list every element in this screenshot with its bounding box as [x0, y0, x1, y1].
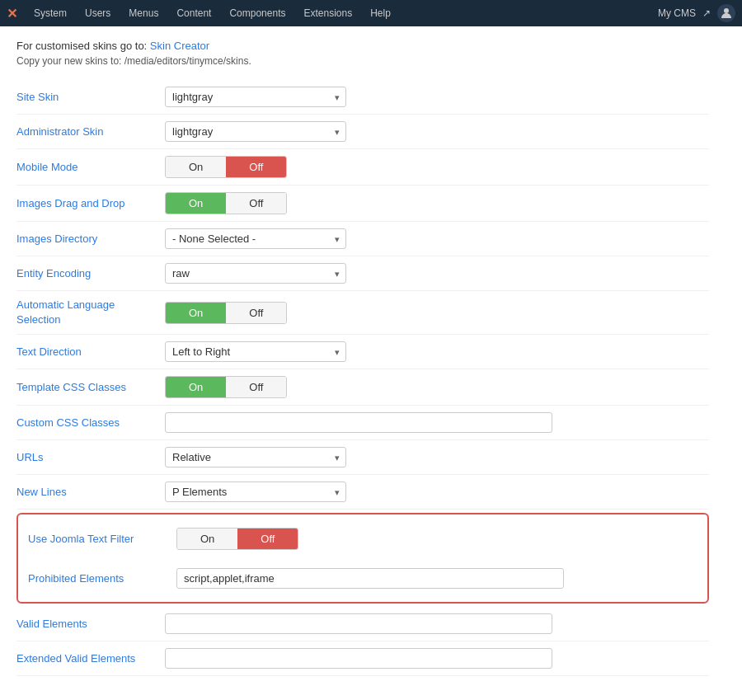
site-skin-select[interactable]: lightgray darkgray white — [165, 87, 346, 107]
text-direction-select[interactable]: Left to Right Right to Left — [165, 341, 346, 362]
new-lines-control: P Elements BR Elements — [165, 482, 709, 502]
svg-point-0 — [724, 8, 729, 13]
top-navigation: System Users Menus Content Components Ex… — [26, 4, 656, 22]
images-directory-select-wrap: - None Selected - — [165, 228, 346, 249]
admin-skin-label: Administrator Skin — [16, 125, 165, 138]
new-lines-label: New Lines — [16, 486, 165, 498]
entity-encoding-select-wrap: raw named numeric — [165, 263, 346, 284]
nav-system[interactable]: System — [26, 4, 75, 22]
auto-lang-control: On Off — [165, 302, 709, 324]
use-joomla-filter-on-button[interactable]: On — [177, 529, 237, 549]
images-drag-drop-control: On Off — [165, 192, 709, 214]
entity-encoding-select[interactable]: raw named numeric — [165, 263, 346, 284]
mobile-mode-on-button[interactable]: On — [166, 157, 226, 177]
mobile-mode-toggle: On Off — [165, 156, 287, 178]
nav-components[interactable]: Components — [221, 4, 294, 22]
nav-content[interactable]: Content — [168, 4, 219, 22]
prohibited-elements-row: Prohibited Elements script,applet,iframe — [28, 561, 697, 595]
site-skin-control: lightgray darkgray white — [165, 87, 709, 107]
site-skin-select-wrap: lightgray darkgray white — [165, 87, 346, 107]
custom-css-label: Custom CSS Classes — [16, 416, 165, 429]
prohibited-elements-label: Prohibited Elements — [28, 572, 176, 585]
admin-skin-select[interactable]: lightgray darkgray white — [165, 121, 346, 142]
entity-encoding-label: Entity Encoding — [16, 267, 165, 280]
images-drag-drop-on-button[interactable]: On — [166, 193, 226, 214]
auto-lang-label: Automatic Language Selection — [16, 298, 165, 327]
joomla-logo: ✕ — [7, 6, 17, 21]
site-skin-label: Site Skin — [16, 91, 165, 103]
text-direction-control: Left to Right Right to Left — [165, 341, 709, 362]
extended-valid-elements-row: Extended Valid Elements — [16, 641, 709, 676]
extended-valid-elements-label: Extended Valid Elements — [16, 652, 165, 665]
topbar: ✕ System Users Menus Content Components … — [0, 0, 742, 26]
extended-valid-elements-control — [165, 648, 709, 669]
entity-encoding-control: raw named numeric — [165, 263, 709, 284]
new-lines-select-wrap: P Elements BR Elements — [165, 482, 346, 502]
images-directory-control: - None Selected - — [165, 228, 709, 249]
template-css-on-button[interactable]: On — [166, 377, 226, 397]
mobile-mode-control: On Off — [165, 156, 709, 178]
mobile-mode-label: Mobile Mode — [16, 161, 165, 173]
cms-external-icon: ↗ — [702, 7, 711, 19]
images-drag-drop-off-button[interactable]: Off — [226, 193, 286, 214]
template-css-row: Template CSS Classes On Off — [16, 369, 709, 406]
admin-skin-control: lightgray darkgray white — [165, 121, 709, 142]
valid-elements-input[interactable] — [165, 613, 552, 634]
skin-creator-prefix: For customised skins go to: — [16, 40, 147, 52]
mobile-mode-row: Mobile Mode On Off — [16, 149, 709, 186]
site-skin-row: Site Skin lightgray darkgray white — [16, 80, 709, 115]
valid-elements-control — [165, 613, 709, 634]
new-lines-row: New Lines P Elements BR Elements — [16, 475, 709, 510]
images-drag-drop-label: Images Drag and Drop — [16, 197, 165, 209]
urls-select-wrap: Relative Absolute — [165, 447, 346, 467]
template-css-label: Template CSS Classes — [16, 381, 165, 393]
nav-help[interactable]: Help — [362, 4, 399, 22]
nav-extensions[interactable]: Extensions — [295, 4, 360, 22]
template-css-control: On Off — [165, 376, 709, 398]
entity-encoding-row: Entity Encoding raw named numeric — [16, 256, 709, 291]
joomla-filter-section: Use Joomla Text Filter On Off Prohibited… — [16, 513, 709, 604]
cms-name: My CMS — [658, 7, 696, 19]
nav-menus[interactable]: Menus — [120, 4, 167, 22]
text-direction-row: Text Direction Left to Right Right to Le… — [16, 335, 709, 369]
skin-creator-link[interactable]: Skin Creator — [150, 40, 209, 52]
valid-elements-label: Valid Elements — [16, 618, 165, 630]
use-joomla-filter-off-button[interactable]: Off — [237, 529, 298, 549]
custom-css-row: Custom CSS Classes — [16, 406, 709, 440]
text-direction-label: Text Direction — [16, 345, 165, 358]
template-css-off-button[interactable]: Off — [226, 377, 286, 397]
topbar-right: My CMS ↗ — [658, 4, 735, 22]
images-directory-row: Images Directory - None Selected - — [16, 222, 709, 256]
custom-css-control — [165, 412, 709, 433]
valid-elements-row: Valid Elements — [16, 607, 709, 641]
auto-lang-on-button[interactable]: On — [166, 303, 226, 323]
skin-creator-header: For customised skins go to: Skin Creator — [16, 40, 709, 52]
auto-lang-row: Automatic Language Selection On Off — [16, 291, 709, 335]
admin-skin-select-wrap: lightgray darkgray white — [165, 121, 346, 142]
urls-label: URLs — [16, 451, 165, 463]
mobile-mode-off-button[interactable]: Off — [226, 157, 286, 177]
images-directory-label: Images Directory — [16, 233, 165, 245]
images-directory-select[interactable]: - None Selected - — [165, 228, 346, 249]
template-css-toggle: On Off — [165, 376, 287, 398]
images-drag-drop-toggle: On Off — [165, 192, 287, 214]
extended-valid-elements-input[interactable] — [165, 648, 552, 669]
urls-select[interactable]: Relative Absolute — [165, 447, 346, 467]
user-menu-button[interactable] — [717, 4, 735, 22]
urls-row: URLs Relative Absolute — [16, 440, 709, 475]
nav-users[interactable]: Users — [77, 4, 119, 22]
skin-path-info: Copy your new skins to: /media/editors/t… — [16, 55, 709, 67]
images-drag-drop-row: Images Drag and Drop On Off — [16, 186, 709, 222]
auto-lang-off-button[interactable]: Off — [226, 303, 286, 323]
use-joomla-filter-control: On Off — [176, 528, 697, 550]
use-joomla-filter-toggle: On Off — [176, 528, 298, 550]
main-content: For customised skins go to: Skin Creator… — [0, 26, 726, 689]
auto-lang-toggle: On Off — [165, 302, 287, 324]
prohibited-elements-control: script,applet,iframe — [176, 568, 697, 589]
custom-css-input[interactable] — [165, 412, 552, 433]
admin-skin-row: Administrator Skin lightgray darkgray wh… — [16, 115, 709, 149]
prohibited-elements-input[interactable]: script,applet,iframe — [176, 568, 564, 589]
use-joomla-filter-row: Use Joomla Text Filter On Off — [28, 521, 697, 557]
new-lines-select[interactable]: P Elements BR Elements — [165, 482, 346, 502]
use-joomla-filter-label: Use Joomla Text Filter — [28, 533, 176, 545]
